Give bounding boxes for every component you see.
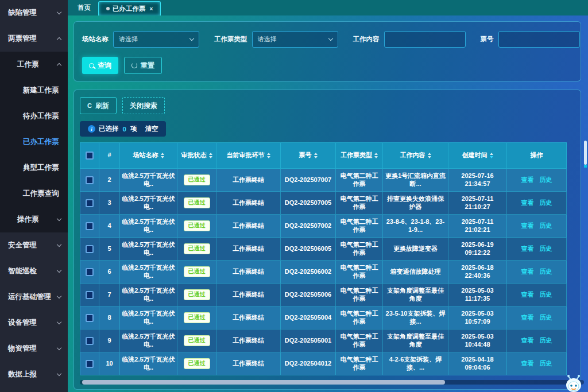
view-link[interactable]: 查看 [521,199,534,207]
sidebar-item-1[interactable]: 两票管理 [0,26,68,52]
sort-icon[interactable] [161,153,164,158]
row-checkbox[interactable] [86,268,94,276]
sidebar-item-9[interactable]: 安全管理 [0,232,68,258]
query-button[interactable]: 查询 [82,57,118,74]
row-checkbox[interactable] [86,360,94,368]
assistant-robot-button[interactable] [563,372,585,392]
sort-desc-icon [490,156,493,158]
view-link[interactable]: 查看 [521,222,534,230]
history-link[interactable]: 历史 [540,337,552,345]
history-link[interactable]: 历史 [540,222,552,230]
row-checkbox[interactable] [86,245,94,253]
sidebar-item-6[interactable]: 典型工作票 [0,155,68,181]
view-link[interactable]: 查看 [521,245,534,253]
table-header-cell-2[interactable]: 审批状态 [177,142,216,169]
row-checkbox[interactable] [86,337,94,345]
sort-icon[interactable] [428,153,431,158]
table-row: 10临洮2.5万千瓦光伏电..已通过工作票终结DQ2-202504012电气第二… [80,352,567,375]
table-header-cell-5[interactable]: 工作票类型 [336,142,383,169]
view-link[interactable]: 查看 [521,291,534,299]
table-header-cell-7[interactable]: 创建时间 [448,142,507,169]
table-header-cell-1[interactable]: 场站名称 [120,142,177,169]
row-cell-2: 已通过 [177,238,216,261]
sidebar-menu: 缺陷管理两票管理工作票新建工作票待办工作票已办工作票典型工作票工作票查询操作票安… [0,0,68,387]
sidebar-item-7[interactable]: 工作票查询 [0,181,68,207]
search-field-select-0[interactable]: 请选择 [113,31,199,48]
row-cell-7: 2025-07-11 21:10:27 [448,192,507,215]
app-window: 缺陷管理两票管理工作票新建工作票待办工作票已办工作票典型工作票工作票查询操作票安… [0,0,588,392]
query-button-label: 查询 [98,61,111,71]
view-link[interactable]: 查看 [521,314,534,322]
row-cell-2: 已通过 [177,306,216,329]
sidebar-item-14[interactable]: 数据上报 [0,362,68,387]
clear-selection-link[interactable]: 清空 [145,125,158,133]
tab-1[interactable]: 已办工作票× [98,1,161,15]
vertical-scrollbar[interactable] [584,141,587,165]
tab-close-icon[interactable]: × [150,6,153,12]
tab-0[interactable]: 首页 [70,0,98,15]
view-link[interactable]: 查看 [521,176,534,184]
row-checkbox[interactable] [86,176,94,184]
row-cell-0: 10 [99,352,120,375]
table-header-cell-3[interactable]: 当前审批环节 [216,142,281,169]
chevron-down-icon [189,36,194,41]
sort-icon[interactable] [490,153,493,158]
sidebar-item-8[interactable]: 操作票 [0,207,68,232]
reset-button[interactable]: 重置 [124,57,162,74]
horizontal-scrollbar-thumb[interactable] [82,380,445,385]
history-link[interactable]: 历史 [540,360,552,368]
search-field-input-2[interactable] [384,31,466,48]
row-cell-2: 已通过 [177,284,216,306]
view-link[interactable]: 查看 [521,268,534,276]
sort-icon[interactable] [267,153,270,158]
search-field-select-1[interactable]: 请选择 [252,31,338,48]
history-link[interactable]: 历史 [540,314,552,322]
chevron-down-icon [57,346,61,350]
sidebar-item-10[interactable]: 智能巡检 [0,258,68,284]
history-link[interactable]: 历史 [540,291,552,299]
horizontal-scrollbar[interactable] [80,380,584,385]
sidebar-item-2[interactable]: 工作票 [0,52,68,77]
row-cell-3: 工作票终结 [216,306,281,329]
row-checkbox[interactable] [86,291,94,299]
history-link[interactable]: 历史 [540,268,552,276]
view-link[interactable]: 查看 [521,360,534,368]
history-link[interactable]: 历史 [540,245,552,253]
row-cell-8: 查看历史 [507,306,567,329]
sidebar-item-0[interactable]: 缺陷管理 [0,0,68,26]
table-header-cell-6[interactable]: 工作内容 [383,142,448,169]
row-cell-1: 临洮2.5万千瓦光伏电.. [120,352,177,375]
row-checkbox[interactable] [86,314,94,322]
row-cell-0: 7 [99,284,120,306]
close-search-button[interactable]: 关闭搜索 [122,97,165,114]
sort-desc-icon [161,156,164,158]
sort-icon[interactable] [374,153,378,158]
history-link[interactable]: 历史 [540,199,552,207]
sort-desc-icon [267,156,270,158]
row-cell-5: 电气第二种工作票 [336,169,383,192]
row-cell-3: 工作票终结 [216,352,281,375]
row-checkbox[interactable] [86,222,94,230]
row-checkbox[interactable] [86,199,94,207]
search-field-input-3[interactable] [498,31,580,48]
tab-bar: 首页已办工作票× [68,0,588,15]
sidebar-item-4[interactable]: 待办工作票 [0,103,68,129]
refresh-button-label: 刷新 [95,101,109,111]
row-cell-6: 支架角度调整至最佳角度 [383,329,448,352]
sidebar-item-13[interactable]: 物资管理 [0,336,68,362]
select-all-checkbox[interactable] [86,152,94,160]
refresh-button[interactable]: C 刷新 [80,97,117,114]
table-header-cell-4[interactable]: 票号 [281,142,336,169]
sidebar-item-3[interactable]: 新建工作票 [0,77,68,103]
view-link[interactable]: 查看 [521,337,534,345]
history-link[interactable]: 历史 [540,176,552,184]
content-area: 场站名称请选择工作票类型请选择工作内容票号 查询 重置 C [68,15,588,392]
row-cell-3: 工作票终结 [216,238,281,261]
sidebar-item-5[interactable]: 已办工作票 [0,129,68,155]
sort-icon[interactable] [209,153,212,158]
sidebar-item-11[interactable]: 运行基础管理 [0,284,68,310]
column-label: # [107,152,111,160]
sort-icon[interactable] [314,153,318,158]
row-cell-0: 4 [99,215,120,238]
sidebar-item-12[interactable]: 设备管理 [0,310,68,336]
